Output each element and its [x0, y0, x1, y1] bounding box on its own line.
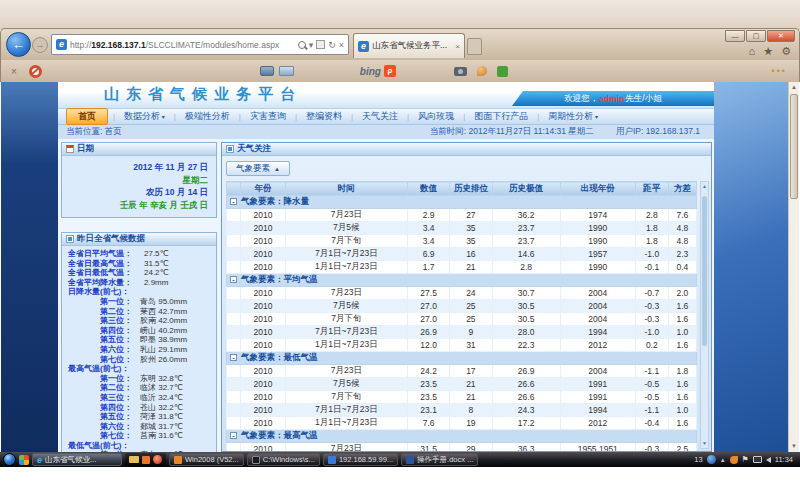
menu-tab-7[interactable]: 风向玫瑰 — [409, 110, 463, 123]
camera-icon[interactable] — [454, 67, 467, 76]
table-group-row[interactable]: -气象要素：平均气温 — [227, 274, 697, 287]
close-button[interactable]: ✕ — [767, 30, 795, 42]
element-filter-button[interactable]: 气象要素 ▲ — [226, 161, 290, 176]
action-center-flag-icon[interactable]: ⚑ — [742, 455, 749, 464]
column-header: 方差 — [668, 182, 696, 196]
taskbar-button-label: C:\Windows\s... — [263, 455, 315, 464]
panel-scrollbar[interactable]: ▲ ▼ — [700, 181, 709, 449]
home-icon[interactable]: ⌂ — [749, 45, 756, 58]
assistant-icon[interactable] — [477, 66, 487, 76]
table-row: 20107月1日~7月23日6.91614.61957-1.02.3 — [227, 248, 697, 261]
browser-scrollbar[interactable]: ▲ ▼ — [788, 82, 799, 452]
table-row: 20107月5候3.43523.719901.84.8 — [227, 222, 697, 235]
stat-value: 2.9mm — [144, 278, 168, 288]
taskbar-ie-button[interactable]: e 山东省气候业... — [32, 453, 122, 466]
table-group-row[interactable]: -气象要素：降水量 — [227, 196, 697, 209]
table-row: 20107月下旬27.02530.52004-0.31.6 — [227, 313, 697, 326]
scrollbar-thumb[interactable] — [790, 94, 798, 199]
network-icon[interactable] — [753, 456, 762, 463]
tray-app-icon[interactable] — [730, 456, 738, 464]
collapse-icon[interactable]: - — [230, 432, 237, 439]
tab-close-icon[interactable]: × — [455, 42, 460, 51]
app-icon-orange[interactable] — [142, 456, 150, 464]
scroll-thumb[interactable] — [702, 196, 707, 346]
taskbar-window-button-1[interactable]: Win2008 (V52... — [169, 453, 244, 466]
table-cell: 2010 — [241, 365, 286, 378]
scroll-up-icon[interactable]: ▲ — [701, 182, 708, 191]
table-cell: 7月23日 — [285, 443, 407, 452]
taskbar-window-button-2[interactable]: C:\Windows\s... — [247, 453, 320, 466]
sidebar-close-icon[interactable]: × — [11, 66, 17, 77]
row-expand-cell — [227, 287, 241, 300]
browser-tab[interactable]: e 山东省气候业务平... × — [353, 33, 465, 58]
favorites-star-icon[interactable]: ★ — [763, 45, 773, 58]
row-expand-cell — [227, 443, 241, 452]
menu-tab-5[interactable]: 整编资料 — [297, 110, 351, 123]
refresh-icon[interactable]: ↻ — [328, 40, 336, 50]
rank-label: 第二位： — [100, 307, 140, 317]
table-cell: 21 — [450, 378, 492, 391]
table-cell: -0.4 — [635, 417, 668, 430]
scrollbar-down-icon[interactable]: ▼ — [789, 441, 799, 452]
menu-tab-8[interactable]: 图面下行产品 — [465, 110, 537, 123]
menu-tab-3[interactable]: 极端性分析 — [176, 110, 239, 123]
table-cell: 2010 — [241, 261, 286, 274]
maximize-button[interactable]: ▢ — [746, 30, 766, 42]
status-bar: 当前位置: 首页 当前时间: 2012年11月27日 11:14:31 星期二 … — [58, 125, 714, 139]
row-expand-cell — [227, 404, 241, 417]
weather-focus-title: 天气关注 — [237, 143, 271, 155]
table-cell: 2010 — [241, 313, 286, 326]
menu-tab-6[interactable]: 天气关注 — [353, 110, 407, 123]
menu-tab-9[interactable]: 周期性分析 ▾ — [539, 110, 607, 123]
menu-tab-4[interactable]: 灾害查询 — [241, 110, 295, 123]
header-expand-column — [227, 182, 241, 196]
forward-button[interactable]: → — [32, 37, 48, 53]
bing-logo[interactable]: bing ρ — [360, 65, 396, 77]
settings-gear-icon[interactable]: ⚙ — [781, 45, 791, 58]
address-bar[interactable]: e http://192.168.137.1/SLCCLIMATE/module… — [51, 34, 349, 55]
mail-icon[interactable] — [279, 66, 294, 76]
collapse-icon[interactable]: - — [230, 354, 237, 361]
page-container: 山东省气候业务平台 欢迎您， admin 先生/小姐 首页|数据分析 ▾|极端性… — [58, 82, 714, 452]
taskbar-app-icon — [406, 456, 414, 464]
table-group-row[interactable]: -气象要素：最低气温 — [227, 352, 697, 365]
stop-icon[interactable]: × — [339, 40, 344, 50]
blocked-icon[interactable] — [29, 65, 42, 78]
row-expand-cell — [227, 391, 241, 404]
scrollbar-up-icon[interactable]: ▲ — [789, 82, 799, 93]
tray-globe-icon[interactable] — [707, 455, 716, 464]
weather-focus-header: 天气关注 — [222, 143, 711, 156]
start-button[interactable] — [3, 453, 16, 466]
stat-row: 全省日平均气温：27.5℃ — [68, 249, 213, 259]
compatibility-view-icon[interactable] — [316, 40, 325, 49]
folder-icon[interactable] — [129, 456, 139, 463]
table-group-row[interactable]: -气象要素：最高气温 — [227, 430, 697, 443]
addon-puzzle-icon[interactable] — [497, 66, 508, 77]
volume-icon[interactable] — [766, 457, 771, 463]
rank-label: 第一位： — [100, 374, 140, 384]
column-header: 出现年份 — [560, 182, 635, 196]
minimize-button[interactable]: — — [725, 30, 745, 42]
taskbar-window-button-3[interactable]: 192.168.59.99... — [323, 453, 398, 466]
table-cell: 16 — [450, 248, 492, 261]
back-button[interactable]: ← — [6, 32, 31, 57]
collapse-icon[interactable]: - — [230, 198, 237, 205]
stat-row: 全省平均降水量：2.9mm — [68, 278, 213, 288]
menu-tab-1[interactable]: 首页 — [66, 108, 108, 125]
search-dropdown-icon[interactable]: ▾ — [309, 40, 314, 50]
table-cell: 1.6 — [668, 300, 696, 313]
taskbar-window-button-4[interactable]: 操作手册.docx ... — [401, 453, 478, 466]
search-icon[interactable] — [298, 41, 306, 49]
new-tab-button[interactable] — [467, 38, 482, 55]
tray-expand-icon[interactable]: ▲ — [720, 457, 726, 463]
column-header: 年份 — [241, 182, 286, 196]
media-player-icon[interactable] — [153, 455, 162, 464]
menu-tab-2[interactable]: 数据分析 ▾ — [115, 110, 174, 123]
climate-panel-title: 昨日全省气候数据 — [77, 233, 145, 245]
more-options-icon[interactable]: ••• — [772, 66, 787, 76]
column-header: 时间 — [285, 182, 407, 196]
collapse-icon[interactable]: - — [230, 276, 237, 283]
card-icon[interactable] — [260, 66, 274, 76]
pinned-app-icon[interactable] — [19, 455, 29, 465]
scroll-down-icon[interactable]: ▼ — [701, 439, 708, 448]
